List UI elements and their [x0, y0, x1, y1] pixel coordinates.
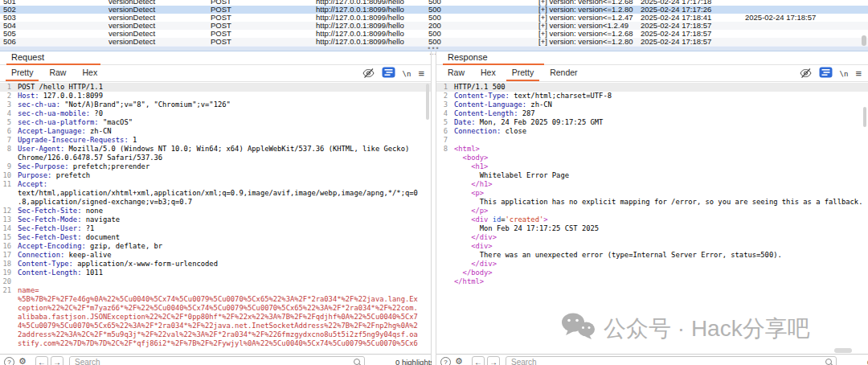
- view-tab-pretty[interactable]: Pretty: [3, 65, 41, 81]
- code-line: text/html,application/xhtml+xml,applicat…: [0, 189, 431, 198]
- nonprintable-icon[interactable]: \n: [840, 70, 849, 78]
- cell-result: [+] version: version<=1.2.80: [538, 38, 633, 46]
- code-line: Whitelabel Error Page: [436, 171, 868, 180]
- code-line: </html>: [436, 277, 868, 286]
- history-table[interactable]: 501versionDetectPOSThttp://127.0.0.1:809…: [0, 0, 868, 46]
- code-line: 3sec-ch-ua: "Not/A)Brand";v="8", "Chromi…: [0, 100, 431, 109]
- cell-id: 506: [3, 38, 16, 46]
- tab-response[interactable]: Response: [443, 51, 544, 64]
- code-line: <div id='created'>: [436, 215, 868, 224]
- hide-eye-icon[interactable]: [362, 67, 375, 81]
- code-line: There was an unexpected error (type=Inte…: [436, 251, 868, 260]
- cell-method: POST: [211, 38, 231, 46]
- search-input[interactable]: [69, 356, 365, 365]
- request-panel: Request PrettyRawHex \n ≡ 1POST /hello H…: [0, 51, 432, 365]
- code-line: .8,application/signed-exchange;v=b3;q=0.…: [0, 198, 431, 207]
- gear-icon[interactable]: ⚙: [18, 356, 27, 365]
- code-line: 14Sec-Fetch-User: ?1: [0, 224, 431, 233]
- code-line: 19Content-Length: 1011: [0, 269, 431, 277]
- request-tab-bar: Request: [0, 51, 431, 65]
- search-back-button[interactable]: ←: [472, 356, 485, 365]
- code-line: 4Content-Length: 287: [436, 109, 868, 118]
- code-line: 13Sec-Fetch-Mode: navigate: [0, 215, 431, 224]
- prettify-icon[interactable]: [382, 67, 395, 81]
- help-icon[interactable]: ?: [4, 357, 14, 365]
- search-back-button[interactable]: ←: [35, 356, 48, 365]
- search-forward-button[interactable]: →: [487, 356, 500, 365]
- request-view-icons: \n ≡: [362, 68, 424, 80]
- response-view-icons: \n ≡: [800, 68, 862, 80]
- code-line: 10Purpose: prefetch: [0, 171, 431, 180]
- code-line: 2Content-Type: text/html;charset=UTF-8: [436, 92, 868, 100]
- view-tab-raw[interactable]: Raw: [41, 65, 74, 81]
- code-line: 2Host: 127.0.0.1:8099: [0, 92, 431, 100]
- code-line: alibaba.fastjson.JSONException%22%2C%2F*…: [0, 313, 431, 322]
- code-line: This application has no explicit mapping…: [436, 198, 868, 207]
- code-line: </div>: [436, 260, 868, 269]
- response-hscrollbar-thumb[interactable]: [834, 348, 852, 353]
- code-line: 6Connection: close: [436, 127, 868, 136]
- editor-menu-icon[interactable]: ≡: [855, 68, 862, 79]
- code-line: 3Content-Language: zh-CN: [436, 100, 868, 109]
- code-line: stify.com%22%7D%7D%7D%2C%2F*qfj86i2*%2F%…: [0, 339, 431, 348]
- cell-time: 2025-02-24 17:18:57: [641, 38, 711, 46]
- search-icon: [354, 359, 360, 365]
- code-line: 5Date: Mon, 24 Feb 2025 09:17:25 GMT: [436, 118, 868, 127]
- code-line: Chrome/126.0.6478.57 Safari/537.36: [0, 154, 431, 162]
- table-vertical-scrollbar[interactable]: [862, 35, 866, 46]
- code-line: 2address%22%3A%2C%2F*m5u9q3j*%2F%22val%2…: [0, 330, 431, 339]
- code-line: </p>: [436, 207, 868, 215]
- search-input[interactable]: [506, 356, 837, 365]
- request-search-bar: ? ⚙ ← → 0 highlights: [0, 354, 431, 365]
- tab-request[interactable]: Request: [6, 51, 100, 64]
- code-line: 7Upgrade-Insecure-Requests: 1: [0, 136, 431, 145]
- code-line: 5sec-ch-ua-platform: "macOS": [0, 118, 431, 127]
- help-icon[interactable]: ?: [440, 357, 451, 365]
- code-line: 1POST /hello HTTP/1.1: [0, 83, 431, 92]
- request-view-tabs: PrettyRawHex: [3, 65, 105, 81]
- nonprintable-icon[interactable]: \n: [403, 70, 411, 78]
- cell-module: versionDetect: [108, 38, 155, 46]
- request-view-bar: PrettyRawHex \n ≡: [0, 65, 431, 82]
- watermark-text: 公众号 · Hack分享吧: [604, 314, 810, 344]
- code-line: </body>: [436, 269, 868, 277]
- view-tab-hex[interactable]: Hex: [74, 65, 105, 81]
- gear-icon[interactable]: ⚙: [455, 356, 463, 365]
- prettify-icon[interactable]: [819, 67, 833, 81]
- response-search-bar: ? ⚙ ← → 0 highlights: [436, 354, 868, 365]
- search-forward-button[interactable]: →: [51, 356, 63, 365]
- code-line: 8User-Agent: Mozilla/5.0 (Windows NT 10.…: [0, 145, 431, 154]
- response-view-tabs: RawHexPrettyRender: [440, 65, 586, 81]
- code-line: 7: [436, 136, 868, 145]
- code-line: </h1>: [436, 180, 868, 189]
- code-line: 11Accept:: [0, 180, 431, 189]
- search-icon: [825, 359, 832, 365]
- cell-time2: 2025-02-24 17:18:57: [745, 14, 816, 22]
- highlights-count: 0 highlights: [395, 358, 434, 365]
- code-line: <p>: [436, 189, 868, 198]
- request-scrollbar-thumb[interactable]: [426, 84, 429, 120]
- code-line: </div>: [436, 233, 868, 242]
- code-line: 9Sec-Purpose: prefetch;prerender: [0, 162, 431, 171]
- code-line: 20: [0, 277, 431, 286]
- view-tab-raw[interactable]: Raw: [440, 65, 473, 81]
- watermark: 公众号 · Hack分享吧: [560, 312, 810, 345]
- response-tab-bar: Response: [436, 51, 868, 65]
- view-tab-pretty[interactable]: Pretty: [504, 65, 542, 81]
- editor-menu-icon[interactable]: ≡: [418, 68, 424, 79]
- view-tab-render[interactable]: Render: [542, 65, 585, 81]
- code-line: 17Connection: keep-alive: [0, 251, 431, 260]
- wechat-logo-icon: [560, 312, 596, 345]
- response-view-bar: RawHexPrettyRender \n ≡: [436, 65, 868, 82]
- code-line: 4%5Cu0079%5Cu0070%5Cx65%22%3A%2F*2ra034*…: [0, 322, 431, 330]
- response-scrollbar-thumb[interactable]: [863, 107, 866, 127]
- code-line: 21name=: [0, 286, 431, 295]
- code-line: 15Sec-Fetch-Dest: document: [0, 233, 431, 242]
- view-tab-hex[interactable]: Hex: [473, 65, 504, 81]
- request-editor[interactable]: 1POST /hello HTTP/1.12Host: 127.0.0.1:80…: [0, 81, 431, 354]
- code-line: 6Accept-Language: zh-CN: [0, 127, 431, 136]
- code-line: <div>: [436, 242, 868, 251]
- code-line: <h1>: [436, 162, 868, 171]
- code-line: <body>: [436, 154, 868, 162]
- hide-eye-icon[interactable]: [800, 67, 812, 81]
